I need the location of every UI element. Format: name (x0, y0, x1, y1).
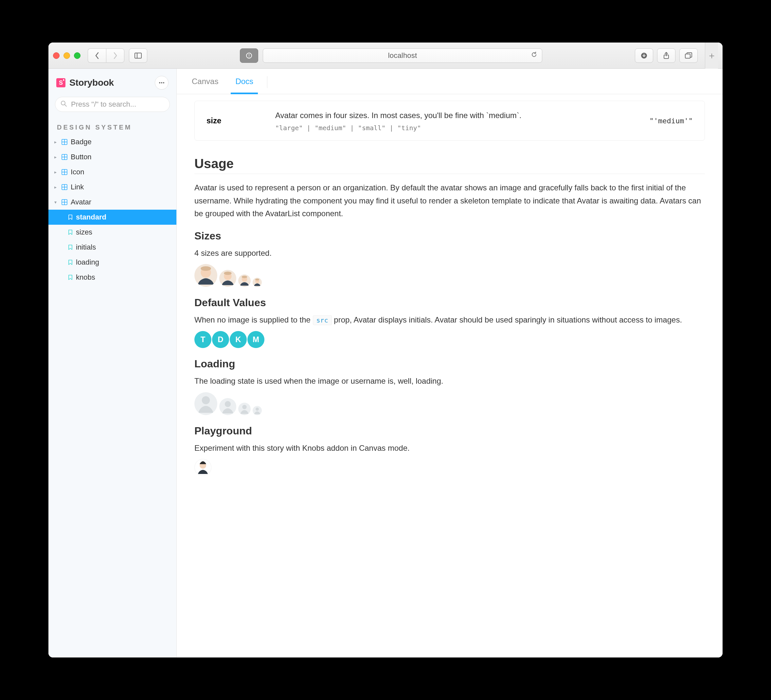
default-values-text-post: prop, Avatar displays initials. Avatar s… (334, 315, 682, 324)
story-item-knobs[interactable]: knobs (49, 270, 176, 285)
component-icon (62, 169, 67, 175)
share-button[interactable] (657, 49, 675, 63)
content-panel: Canvas Docs size Avatar comes in four si… (177, 69, 722, 658)
sizes-heading: Sizes (194, 230, 705, 242)
sidebar-item-label: Icon (71, 168, 85, 176)
usage-heading: Usage (194, 156, 705, 174)
chevron-right-icon: ▸ (54, 185, 58, 190)
sizes-paragraph: 4 sizes are supported. (194, 247, 705, 260)
avatar-loading-tiny (253, 406, 262, 415)
loading-demo (194, 392, 705, 415)
story-item-sizes[interactable]: sizes (49, 225, 176, 240)
playground-paragraph: Experiment with this story with Knobs ad… (194, 442, 705, 455)
downloads-button[interactable] (635, 49, 653, 63)
svg-rect-7 (685, 54, 690, 58)
tab-canvas[interactable]: Canvas (190, 77, 220, 94)
tab-divider (267, 76, 267, 88)
avatar-initial: M (247, 331, 264, 348)
sidebar-item-icon[interactable]: ▸Icon (49, 164, 176, 180)
svg-point-10 (163, 82, 164, 83)
avatar-playground (194, 459, 211, 476)
reader-button[interactable] (240, 49, 258, 63)
loading-paragraph: The loading state is used when the image… (194, 375, 705, 388)
svg-point-30 (201, 266, 211, 271)
sizes-demo (194, 264, 705, 287)
story-item-label: initials (76, 243, 96, 252)
story-item-label: loading (76, 258, 99, 266)
story-icon (68, 275, 73, 280)
avatar-initial: K (230, 331, 247, 348)
storybook-sidebar: S Storybook DESIGN SYSTEM ▸Badge▸Button▸… (49, 69, 177, 658)
default-values-paragraph: When no image is supplied to the src pro… (194, 313, 705, 326)
search-input[interactable] (71, 100, 164, 109)
sidebar-item-link[interactable]: ▸Link (49, 180, 176, 195)
close-window-button[interactable] (53, 52, 60, 59)
component-icon (62, 199, 67, 205)
story-item-initials[interactable]: initials (49, 240, 176, 255)
zoom-window-button[interactable] (74, 52, 80, 59)
avatar-loading-medium (219, 398, 236, 415)
browser-toolbar: localhost ＋ (49, 42, 722, 69)
prop-row-size: size Avatar comes in four sizes. In most… (195, 101, 704, 140)
storybook-logo-text: Storybook (69, 78, 114, 88)
avatar-initial: D (212, 331, 229, 348)
search-icon (60, 101, 67, 108)
prop-default: "'medium'" (627, 117, 693, 125)
svg-point-11 (61, 101, 65, 105)
svg-point-41 (225, 401, 231, 407)
tabs-button[interactable] (679, 49, 698, 63)
nav-buttons (88, 49, 124, 63)
avatar-initial: T (194, 331, 211, 348)
new-tab-button[interactable]: ＋ (705, 42, 718, 69)
component-icon (62, 184, 67, 190)
story-item-loading[interactable]: loading (49, 255, 176, 270)
playground-heading: Playground (194, 425, 705, 437)
loading-heading: Loading (194, 358, 705, 370)
usage-paragraph: Avatar is used to represent a person or … (194, 181, 705, 220)
story-icon (68, 230, 73, 235)
avatar-small (238, 274, 250, 287)
story-icon (68, 260, 73, 265)
storybook-logo-mark: S (56, 78, 65, 87)
storybook-logo[interactable]: S Storybook (56, 78, 114, 88)
sidebar-toggle-button[interactable] (129, 49, 147, 63)
reload-icon[interactable] (531, 51, 537, 60)
sidebar-item-button[interactable]: ▸Button (49, 149, 176, 164)
svg-point-9 (161, 82, 162, 83)
prop-description: Avatar comes in four sizes. In most case… (275, 110, 618, 121)
svg-point-43 (255, 407, 259, 411)
story-item-label: standard (76, 213, 106, 221)
sidebar-item-label: Button (71, 153, 92, 161)
tab-docs[interactable]: Docs (233, 77, 255, 94)
sidebar-item-label: Avatar (71, 198, 91, 206)
chevron-right-icon: ▸ (54, 139, 58, 145)
sidebar-item-avatar[interactable]: ▾Avatar (49, 195, 176, 210)
svg-rect-0 (135, 53, 142, 58)
sidebar-item-badge[interactable]: ▸Badge (49, 135, 176, 149)
back-button[interactable] (88, 49, 106, 63)
avatar-loading-small (238, 403, 250, 415)
props-table: size Avatar comes in four sizes. In most… (194, 101, 705, 141)
svg-point-39 (255, 279, 260, 281)
avatar-large (194, 264, 217, 287)
svg-point-8 (159, 82, 160, 83)
story-item-label: sizes (76, 228, 92, 237)
svg-point-4 (249, 56, 249, 57)
chevron-down-icon: ▾ (54, 200, 58, 205)
address-bar[interactable]: localhost (263, 49, 542, 63)
prop-type: "large" | "medium" | "small" | "tiny" (275, 124, 618, 132)
chevron-right-icon: ▸ (54, 154, 58, 160)
story-icon (68, 245, 73, 250)
docs-body: size Avatar comes in four sizes. In most… (177, 94, 722, 658)
svg-point-42 (242, 404, 246, 409)
minimize-window-button[interactable] (63, 52, 70, 59)
story-item-standard[interactable]: standard (49, 210, 176, 225)
sidebar-section-title: DESIGN SYSTEM (57, 123, 169, 131)
forward-button[interactable] (106, 49, 124, 63)
story-icon (68, 214, 73, 220)
search-field[interactable] (55, 97, 170, 112)
svg-point-40 (202, 396, 210, 404)
svg-line-12 (65, 105, 67, 106)
sidebar-tree: ▸Badge▸Button▸Icon▸Link▾Avatarstandardsi… (49, 135, 176, 285)
sidebar-menu-button[interactable] (155, 76, 169, 89)
